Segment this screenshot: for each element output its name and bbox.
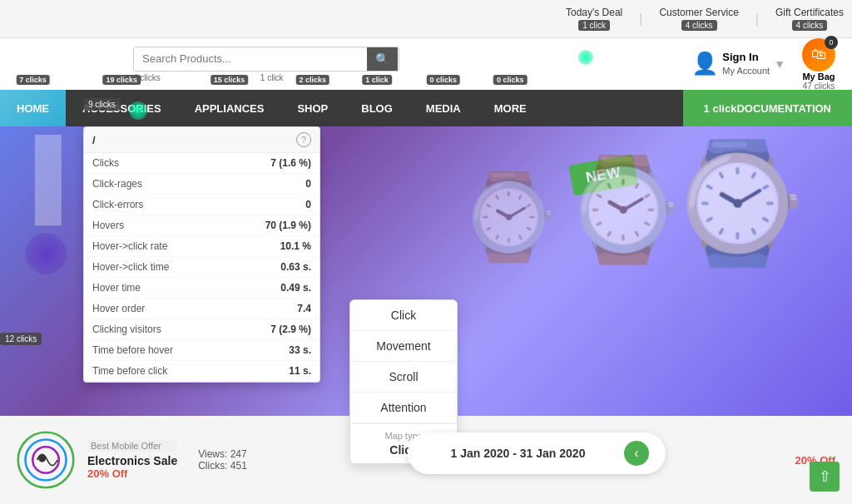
nav-shop-clicks: 2 clicks <box>296 75 330 85</box>
tooltip-hovertime-label: Hover time <box>92 282 141 294</box>
bottom-badge: Best Mobile Offer <box>87 440 177 452</box>
context-menu-scroll[interactable]: Scroll <box>350 362 457 393</box>
nav-shop-label: SHOP <box>297 102 328 115</box>
context-menu-click[interactable]: Click <box>350 300 457 331</box>
bottom-logo <box>17 431 75 489</box>
nav-dot-account <box>578 50 593 65</box>
svg-point-3 <box>38 455 46 462</box>
tooltip-hoverclickrate-label: Hover->click rate <box>92 240 167 252</box>
nav-dot-home <box>129 101 147 120</box>
tooltip-hovers-label: Hovers <box>92 220 124 231</box>
account-text: Sign In My Account <box>722 50 770 78</box>
nav-appliances-clicks: 15 clicks <box>211 75 249 85</box>
nav-media-label: MEDIA <box>426 102 461 115</box>
left-bar-clicks-badge: 12 clicks <box>0 333 42 345</box>
divider2: | <box>755 12 759 27</box>
nav-more-label: MORE <box>494 102 527 115</box>
nav-item-appliances[interactable]: 15 clicks APPLIANCES <box>178 90 281 126</box>
customer-service-link[interactable]: Customer Service 4 clicks <box>659 7 738 31</box>
nav-media-clicks: 0 clicks <box>427 75 461 85</box>
tooltip-hoverorder-value: 7.4 <box>297 303 311 314</box>
tooltip-hoverclicktime-value: 0.63 s. <box>280 261 311 273</box>
tooltip-row-hover-order: Hover order 7.4 <box>84 299 320 319</box>
nav-blog-label: BLOG <box>361 102 393 115</box>
todays-deal-label: Today's Deal <box>566 7 622 18</box>
tooltip-clicks-value: 7 (1.6 %) <box>270 157 311 169</box>
tooltip-clickingvisitors-value: 7 (2.9 %) <box>270 324 311 335</box>
search-clicks-right: 1 click <box>260 73 284 82</box>
nav-home-label: HOME <box>17 102 49 115</box>
tooltip-clickrages-value: 0 <box>305 178 311 190</box>
search-button[interactable]: 🔍 <box>367 47 398 71</box>
nav-item-blog[interactable]: 1 click BLOG <box>344 90 409 126</box>
tooltip-clicks-label: Clicks <box>92 157 119 169</box>
tooltip-panel: / ? Clicks 7 (1.6 %) Click-rages 0 Click… <box>83 126 320 383</box>
tooltip-hovertime-value: 0.49 s. <box>280 282 311 294</box>
todays-deal-clicks: 1 click <box>578 20 610 31</box>
tooltip-timebeforehover-label: Time before hover <box>92 344 173 356</box>
bottom-offer-text: Best Mobile Offer Electronics Sale 20% O… <box>87 440 177 480</box>
nav-doc-button[interactable]: 1 click DOCUMENTATION <box>683 90 852 126</box>
customer-service-label: Customer Service <box>659 7 738 18</box>
account-chevron-icon: ▼ <box>774 57 785 71</box>
tooltip-row-click-errors: Click-errors 0 <box>84 195 320 215</box>
cart-area[interactable]: 🛍 0 My Bag 47 clicks <box>802 38 835 91</box>
search-input[interactable] <box>134 47 367 70</box>
bottom-stats: Views: 247 Clicks: 451 <box>198 448 247 472</box>
nav-item-home[interactable]: 7 clicks HOME <box>0 90 66 126</box>
account-area[interactable]: 👤 Sign In My Account ▼ <box>691 50 785 78</box>
svg-point-2 <box>32 447 59 473</box>
watch-image-third: ⌚ <box>457 168 561 266</box>
tooltip-row-hover-click-time: Hover->click time 0.63 s. <box>84 257 320 278</box>
tooltip-row-time-before-click: Time before click 11 s. <box>84 361 320 382</box>
account-icon: 👤 <box>691 51 718 77</box>
scroll-top-button[interactable]: ⇧ <box>810 462 840 492</box>
tooltip-hoverclickrate-value: 10.1 % <box>280 240 311 252</box>
tooltip-row-clicks: Clicks 7 (1.6 %) <box>84 153 320 174</box>
date-prev-button[interactable]: ‹ <box>624 441 649 466</box>
bottom-discount: 20% Off <box>87 467 177 480</box>
nav-items: 7 clicks HOME 19 clicks ACCESSORIES 15 c… <box>0 90 852 126</box>
nav-item-shop[interactable]: 2 clicks SHOP <box>280 90 344 126</box>
nav-bar: 7 clicks HOME 19 clicks ACCESSORIES 15 c… <box>0 90 852 126</box>
nav-item-more[interactable]: 0 clicks MORE <box>478 90 543 126</box>
sign-in-label: Sign In <box>722 50 770 65</box>
nav-home-clicks: 7 clicks <box>16 75 50 85</box>
cart-label: My Bag <box>802 72 835 82</box>
tooltip-clickingvisitors-label: Clicking visitors <box>92 324 161 335</box>
watch-image-secondary: ⌚ <box>561 151 686 269</box>
tooltip-clickerrors-label: Click-errors <box>92 199 143 210</box>
tooltip-help-button[interactable]: ? <box>296 132 311 147</box>
search-clicks: 4 clicks 1 click <box>133 73 284 82</box>
account-inner: 👤 Sign In My Account ▼ <box>691 50 785 78</box>
nav-doc-label: DOCUMENTATION <box>736 102 831 115</box>
divider1: | <box>639 12 642 27</box>
hero-text-decoration: ▐ <box>8 135 62 220</box>
logo-svg <box>17 431 75 489</box>
gift-certificates-link[interactable]: Gift Certificates 4 clicks <box>775 7 844 31</box>
todays-deal-link[interactable]: Today's Deal 1 click <box>566 7 622 31</box>
bottom-views: Views: 247 <box>198 448 247 460</box>
search-box: 🔍 <box>133 47 399 72</box>
tooltip-row-hover-time: Hover time 0.49 s. <box>84 278 320 299</box>
nav-accessories-clicks: 19 clicks <box>103 75 141 85</box>
context-menu-movement[interactable]: Movement <box>350 331 457 362</box>
tooltip-row-click-rages: Click-rages 0 <box>84 174 320 195</box>
tooltip-clickerrors-value: 0 <box>305 199 311 210</box>
tooltip-hoverclicktime-label: Hover->click time <box>92 261 169 273</box>
date-range-text: 1 Jan 2020 - 31 Jan 2020 <box>424 447 612 460</box>
cart-count-badge: 0 <box>825 36 838 49</box>
my-account-label: My Account <box>722 65 770 77</box>
customer-service-clicks: 4 clicks <box>681 20 717 31</box>
gift-certificates-label: Gift Certificates <box>775 7 844 18</box>
tooltip-hovers-value: 70 (1.9 %) <box>265 220 311 231</box>
nav-doc-clicks: 1 click <box>704 102 737 115</box>
nav-item-media[interactable]: 0 clicks MEDIA <box>409 90 478 126</box>
date-range-bar: 1 Jan 2020 - 31 Jan 2020 ‹ <box>408 432 666 474</box>
tooltip-clickrages-label: Click-rages <box>92 178 142 190</box>
context-menu-attention[interactable]: Attention <box>350 393 457 423</box>
tooltip-timebeforeclick-value: 11 s. <box>289 365 311 377</box>
tooltip-row-clicking-visitors: Clicking visitors 7 (2.9 %) <box>84 319 320 340</box>
home-page-clicks-badge: 9 clicks <box>83 98 121 111</box>
top-bar: Today's Deal 1 click | Customer Service … <box>0 0 852 38</box>
